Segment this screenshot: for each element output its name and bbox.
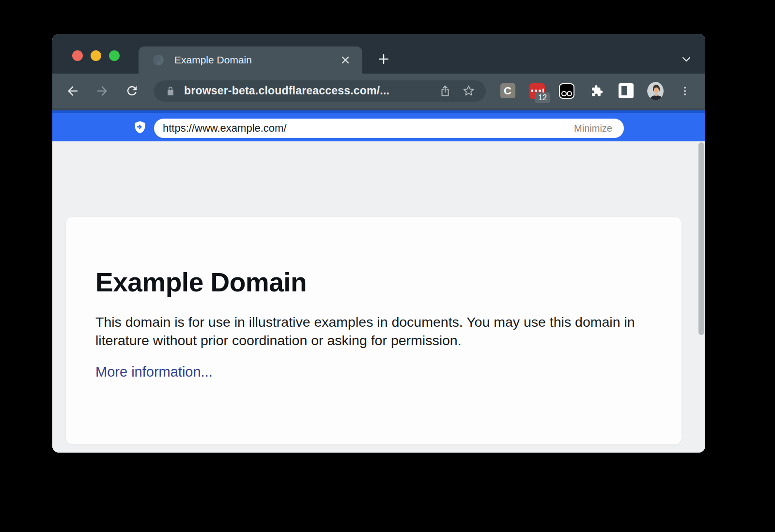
profile-avatar-button[interactable] [647, 83, 664, 99]
more-information-link[interactable]: More information... [95, 364, 213, 380]
arrow-right-icon [95, 84, 109, 98]
isolation-url-input[interactable]: https://www.example.com/ Minimize [154, 119, 624, 138]
arrow-left-icon [65, 84, 80, 98]
avatar [647, 82, 664, 100]
close-icon[interactable] [339, 54, 352, 66]
tab-strip: Example Domain [52, 34, 705, 74]
traffic-light-close[interactable] [72, 50, 83, 61]
minimize-button[interactable]: Minimize [574, 123, 612, 134]
globe-icon [152, 54, 165, 66]
lock-icon [165, 85, 176, 97]
browser-menu-button[interactable] [677, 83, 693, 99]
browser-window: Example Domain browser-beta.cloudflareac [52, 34, 705, 453]
address-url: browser-beta.cloudflareaccess.com/... [184, 84, 430, 97]
traffic-light-minimize[interactable] [91, 50, 101, 61]
page-viewport: Example Domain This domain is for use in… [52, 141, 705, 453]
extension-row: C 12 [499, 83, 693, 99]
browser-toolbar: browser-beta.cloudflareaccess.com/... C … [52, 74, 705, 110]
forward-button[interactable] [92, 80, 113, 102]
page-body-text: This domain is for use in illustrative e… [95, 313, 651, 350]
tab-title: Example Domain [174, 54, 339, 66]
c-extension-icon: C [500, 83, 515, 98]
chevron-down-icon[interactable] [677, 50, 696, 68]
star-icon[interactable] [461, 83, 476, 99]
reload-icon [125, 84, 139, 98]
isolation-url-value: https://www.example.com/ [163, 122, 574, 135]
password-manager-button[interactable]: 12 [529, 83, 545, 99]
scrollbar-thumb[interactable] [698, 142, 704, 335]
reload-button[interactable] [121, 80, 142, 102]
c-extension-button[interactable]: C [499, 83, 516, 99]
page-title: Example Domain [95, 267, 651, 297]
share-icon[interactable] [437, 83, 453, 99]
side-panel-button[interactable] [618, 83, 634, 99]
tab-example-domain[interactable]: Example Domain [139, 46, 362, 74]
extensions-puzzle-button[interactable] [588, 83, 604, 99]
isolation-bar: https://www.example.com/ Minimize [52, 110, 705, 141]
traffic-light-zoom[interactable] [109, 50, 120, 61]
shield-arrow-icon [133, 121, 147, 135]
dark-lens-extension-button[interactable] [558, 83, 575, 99]
plus-icon[interactable] [375, 50, 392, 68]
example-domain-card: Example Domain This domain is for use in… [66, 217, 682, 444]
extension-badge: 12 [535, 92, 550, 103]
address-bar[interactable]: browser-beta.cloudflareaccess.com/... [154, 80, 486, 102]
dark-lens-icon [559, 83, 574, 99]
kebab-menu-icon [679, 85, 691, 97]
puzzle-icon [589, 84, 604, 98]
back-button[interactable] [62, 80, 83, 102]
side-panel-icon [619, 83, 634, 98]
